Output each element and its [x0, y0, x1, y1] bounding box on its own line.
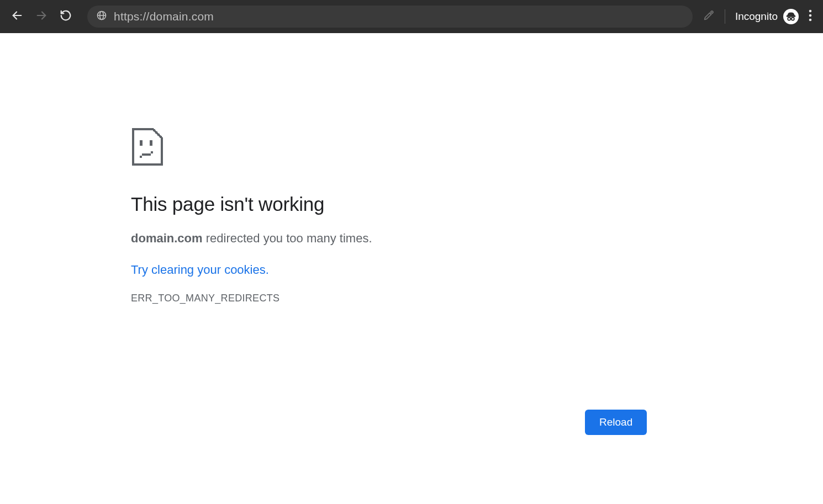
eyedropper-icon[interactable]	[703, 9, 715, 24]
error-title: This page isn't working	[131, 193, 639, 215]
toolbar-right: Incognito	[703, 9, 815, 24]
reload-icon	[60, 9, 72, 24]
error-domain: domain.com	[131, 231, 203, 245]
arrow-left-icon	[11, 9, 23, 24]
arrow-right-icon	[35, 9, 48, 24]
error-code: ERR_TOO_MANY_REDIRECTS	[131, 293, 639, 304]
forward-button[interactable]	[32, 7, 51, 26]
svg-rect-18	[142, 153, 151, 156]
svg-rect-20	[151, 151, 153, 153]
svg-point-6	[788, 18, 790, 20]
page-content: This page isn't working domain.com redir…	[0, 33, 823, 504]
svg-rect-16	[140, 140, 143, 146]
globe-icon	[96, 10, 107, 23]
url-text: https://domain.com	[114, 10, 214, 23]
back-button[interactable]	[8, 7, 27, 26]
error-message: domain.com redirected you too many times…	[131, 230, 639, 247]
error-message-rest: redirected you too many times.	[203, 231, 372, 245]
menu-button[interactable]	[809, 9, 812, 24]
incognito-label: Incognito	[735, 10, 778, 23]
browser-toolbar: https://domain.com Incognito	[0, 0, 823, 33]
svg-rect-5	[787, 15, 795, 17]
svg-rect-14	[157, 134, 160, 136]
incognito-indicator[interactable]: Incognito	[735, 9, 799, 24]
svg-rect-15	[160, 136, 162, 138]
reload-nav-button[interactable]	[56, 7, 75, 26]
toolbar-divider	[725, 9, 725, 24]
address-bar[interactable]: https://domain.com	[87, 6, 693, 28]
svg-point-7	[792, 18, 794, 20]
svg-point-9	[809, 10, 812, 13]
svg-point-10	[809, 14, 812, 17]
svg-point-11	[809, 19, 812, 22]
svg-rect-19	[140, 156, 142, 158]
incognito-icon	[783, 9, 799, 24]
error-suggestion: Try clearing your cookies.	[131, 263, 639, 277]
sad-page-icon	[131, 127, 639, 169]
svg-rect-13	[155, 131, 157, 134]
error-interstitial: This page isn't working domain.com redir…	[131, 127, 639, 304]
svg-rect-17	[150, 140, 152, 146]
svg-rect-12	[153, 129, 155, 131]
reload-button[interactable]: Reload	[585, 410, 647, 435]
clear-cookies-link[interactable]: Try clearing your cookies.	[131, 263, 269, 277]
